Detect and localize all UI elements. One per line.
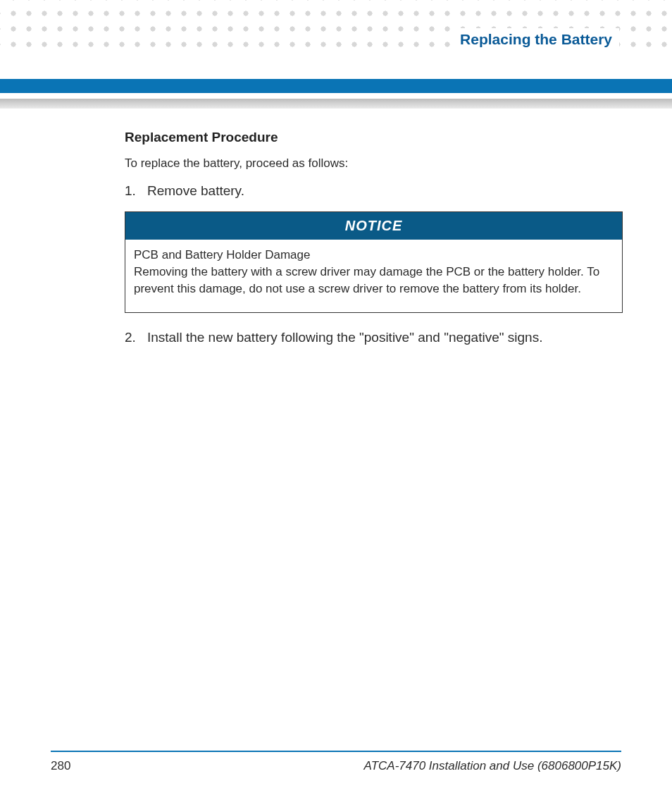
step-number: 2.	[125, 330, 140, 345]
notice-label: NOTICE	[125, 212, 622, 240]
page-title: Replacing the Battery	[452, 28, 619, 49]
section-heading: Replacement Procedure	[125, 130, 623, 145]
step-text: Remove battery.	[147, 183, 244, 199]
step-2: 2. Install the new battery following the…	[125, 330, 623, 345]
document-title: ATCA-7470 Installation and Use (6806800P…	[364, 759, 621, 773]
notice-text: Removing the battery with a screw driver…	[134, 264, 614, 297]
step-text: Install the new battery following the "p…	[147, 330, 542, 345]
notice-body: PCB and Battery Holder Damage Removing t…	[125, 240, 622, 312]
page-footer: 280 ATCA-7470 Installation and Use (6806…	[51, 751, 621, 773]
intro-text: To replace the battery, proceed as follo…	[125, 156, 623, 171]
main-content: Replacement Procedure To replace the bat…	[125, 130, 623, 358]
step-1: 1. Remove battery.	[125, 183, 623, 199]
header-gray-bar	[0, 99, 672, 109]
step-number: 1.	[125, 183, 140, 199]
page-number: 280	[51, 759, 70, 773]
header-blue-bar	[0, 79, 672, 93]
notice-box: NOTICE PCB and Battery Holder Damage Rem…	[125, 211, 623, 313]
notice-title: PCB and Battery Holder Damage	[134, 247, 614, 264]
